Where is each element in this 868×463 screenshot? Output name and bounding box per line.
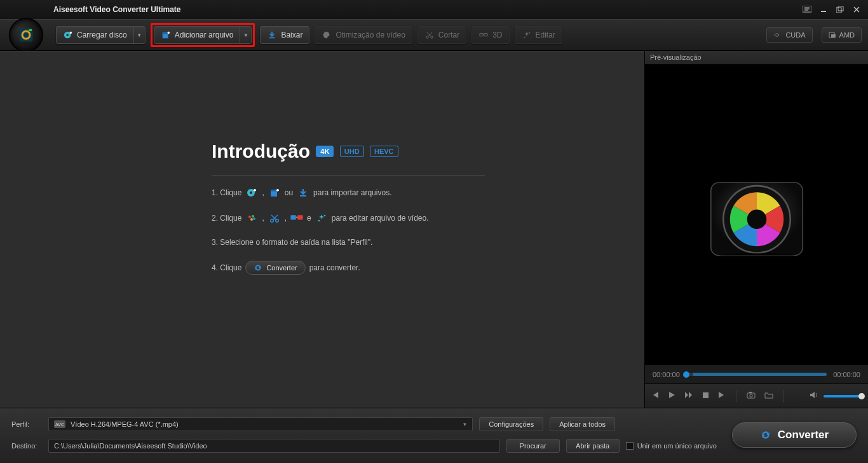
scissors-icon	[424, 31, 435, 39]
play-button[interactable]	[668, 391, 675, 401]
refresh-icon	[254, 263, 262, 272]
fast-forward-button[interactable]	[684, 391, 693, 401]
close-button[interactable]	[850, 4, 863, 15]
svg-point-40	[248, 216, 251, 218]
svg-rect-30	[831, 34, 836, 38]
badge-4k: 4K	[316, 146, 334, 157]
main-area: Introdução 4K UHD HEVC 1. Clique , ou pa…	[0, 51, 644, 408]
maximize-button[interactable]	[834, 4, 846, 15]
badge-hevc: HEVC	[370, 146, 398, 157]
profile-combo[interactable]: AVC Vídeo H.264/MPEG-4 AVC (*.mp4) ▼	[48, 417, 473, 431]
sparkle-icon	[522, 31, 532, 39]
progress-slider[interactable]	[686, 373, 827, 376]
file-plus-icon	[161, 31, 171, 39]
svg-point-11	[25, 34, 28, 37]
convert-button[interactable]: Converter	[732, 422, 857, 448]
intro-heading: Introdução	[212, 141, 310, 162]
svg-rect-24	[480, 33, 483, 36]
svg-rect-57	[749, 392, 752, 393]
disc-plus-icon	[245, 187, 258, 198]
svg-rect-39	[300, 195, 306, 197]
dest-field[interactable]: C:\Users\Julia\Documents\Aiseesoft Studi…	[48, 439, 500, 453]
svg-rect-38	[277, 189, 278, 191]
svg-rect-6	[838, 6, 843, 11]
snapshot-button[interactable]	[747, 391, 756, 401]
nvidia-icon	[773, 32, 782, 38]
preview-progress: 00:00:00 00:00:00	[645, 364, 868, 384]
svg-text:AVC: AVC	[55, 422, 64, 427]
profile-label: Perfil:	[11, 420, 42, 428]
amd-icon	[829, 32, 836, 38]
glasses-3d-icon	[290, 212, 303, 224]
scissors-icon	[268, 212, 281, 224]
intro-step-3: 3. Selecione o formato de saída na lista…	[212, 238, 485, 247]
chevron-down-icon: ▼	[462, 422, 467, 427]
convert-label: Converter	[778, 429, 829, 441]
load-disc-button[interactable]: Carregar disco ▼	[56, 26, 146, 44]
svg-point-53	[719, 252, 794, 259]
add-file-label: Adicionar arquivo	[175, 31, 234, 39]
svg-rect-20	[168, 32, 169, 34]
refresh-icon	[760, 429, 771, 441]
intro-step-4: 4. Clique Converter para converter.	[212, 261, 485, 275]
optimize-button[interactable]: Otimização de vídeo	[315, 26, 412, 44]
merge-checkbox[interactable]: Unir em um único arquivo	[626, 442, 717, 450]
file-plus-icon	[268, 187, 281, 198]
browse-button[interactable]: Procurar	[506, 439, 560, 453]
crop-button[interactable]: Cortar	[417, 26, 466, 44]
apply-all-button[interactable]: Aplicar a todos	[550, 417, 615, 431]
palette-icon	[322, 31, 332, 39]
3d-button[interactable]: 3D	[471, 26, 509, 44]
app-title: Aiseesoft Video Converter Ultimate	[53, 5, 181, 14]
svg-rect-5	[836, 8, 841, 13]
folder-button[interactable]	[764, 391, 773, 401]
glasses-3d-icon	[478, 31, 489, 39]
cuda-button[interactable]: CUDA	[766, 27, 812, 43]
app-logo	[9, 18, 43, 52]
add-file-dropdown[interactable]: ▼	[240, 27, 251, 43]
profile-format-icon: AVC	[54, 420, 65, 428]
profile-value: Vídeo H.264/MPEG-4 AVC (*.mp4)	[71, 420, 179, 428]
edit-label: Editar	[536, 31, 555, 39]
svg-point-14	[66, 34, 69, 36]
preview-canvas	[645, 65, 868, 364]
svg-rect-36	[271, 190, 277, 191]
time-elapsed: 00:00:00	[653, 371, 680, 378]
download-icon	[297, 187, 309, 198]
volume-slider[interactable]	[824, 395, 862, 397]
svg-point-27	[529, 32, 530, 34]
svg-point-50	[318, 220, 320, 222]
preview-panel: Pré-visualização	[644, 51, 868, 408]
open-folder-button[interactable]: Abrir pasta	[566, 439, 620, 453]
add-file-button[interactable]: Adicionar arquivo ▼	[154, 26, 252, 44]
toolbar: Carregar disco ▼ Adicionar arquivo ▼ Bai…	[0, 19, 868, 51]
feedback-icon[interactable]	[801, 4, 813, 15]
svg-rect-18	[162, 32, 168, 34]
next-button[interactable]	[718, 391, 726, 401]
optimize-label: Otimização de vídeo	[336, 31, 405, 39]
time-total: 00:00:00	[833, 371, 860, 378]
svg-rect-21	[269, 38, 275, 39]
download-button[interactable]: Baixar	[260, 26, 309, 44]
svg-point-42	[250, 218, 253, 221]
edit-button[interactable]: Editar	[515, 26, 562, 44]
svg-rect-34	[254, 189, 255, 191]
palette-icon	[245, 212, 258, 224]
intro-step-1: 1. Clique , ou para importar arquivos.	[212, 187, 485, 198]
stop-button[interactable]	[702, 391, 709, 401]
amd-button[interactable]: AMD	[822, 27, 862, 43]
preview-controls	[645, 384, 868, 408]
svg-rect-25	[484, 33, 487, 36]
minimize-button[interactable]	[817, 4, 830, 15]
volume-icon[interactable]	[810, 391, 818, 401]
prev-button[interactable]	[651, 391, 659, 401]
checkbox-icon	[626, 442, 634, 450]
svg-point-49	[323, 215, 325, 217]
dest-label: Destino:	[11, 442, 42, 450]
title-bar: Aiseesoft Video Converter Ultimate	[0, 0, 868, 19]
load-disc-dropdown[interactable]: ▼	[133, 27, 145, 43]
preview-placeholder-icon	[703, 161, 811, 269]
settings-button[interactable]: Configurações	[479, 417, 543, 431]
download-icon	[267, 31, 277, 39]
svg-point-32	[250, 191, 252, 194]
